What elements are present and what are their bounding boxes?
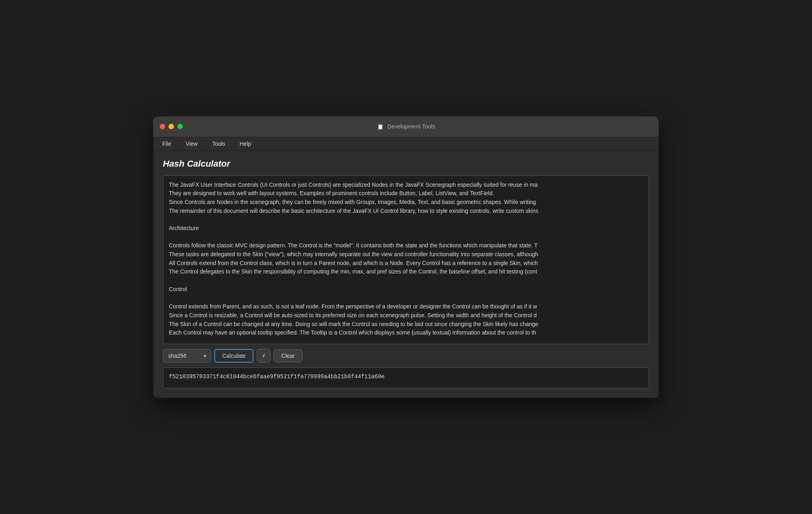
result-area: f5210395793371f4c61044bce6faae9f9521f1fa… [163, 367, 649, 388]
menu-bar: File View Tools Help [153, 137, 659, 151]
input-container [163, 175, 649, 344]
book-icon: 📋 [377, 124, 384, 130]
algorithm-select-wrapper: md5 sha1 sha256 sha512 [163, 349, 211, 363]
controls-row: md5 sha1 sha256 sha512 Calculate i Clear [163, 349, 649, 363]
title-text: Development Tools [388, 123, 435, 130]
content-area: Hash Calculator md5 sha1 sha256 sha512 C… [153, 151, 659, 398]
info-icon: i [263, 353, 265, 359]
page-title: Hash Calculator [163, 159, 649, 169]
menu-file[interactable]: File [160, 140, 174, 148]
close-button[interactable] [160, 124, 165, 129]
menu-help[interactable]: Help [237, 140, 254, 148]
calculate-button[interactable]: Calculate [214, 349, 254, 363]
menu-tools[interactable]: Tools [210, 140, 228, 148]
clear-button[interactable]: Clear [274, 349, 302, 362]
algorithm-select[interactable]: md5 sha1 sha256 sha512 [163, 349, 211, 363]
main-window: 📋 Development Tools File View Tools Help… [153, 116, 659, 398]
maximize-button[interactable] [177, 124, 183, 129]
traffic-lights [160, 124, 183, 129]
title-bar: 📋 Development Tools [153, 116, 659, 137]
hash-result: f5210395793371f4c61044bce6faae9f9521f1fa… [169, 373, 385, 380]
input-textarea[interactable] [163, 176, 649, 344]
minimize-button[interactable] [168, 124, 174, 129]
menu-view[interactable]: View [183, 140, 200, 148]
info-button[interactable]: i [257, 349, 270, 363]
window-title: 📋 Development Tools [377, 123, 435, 130]
